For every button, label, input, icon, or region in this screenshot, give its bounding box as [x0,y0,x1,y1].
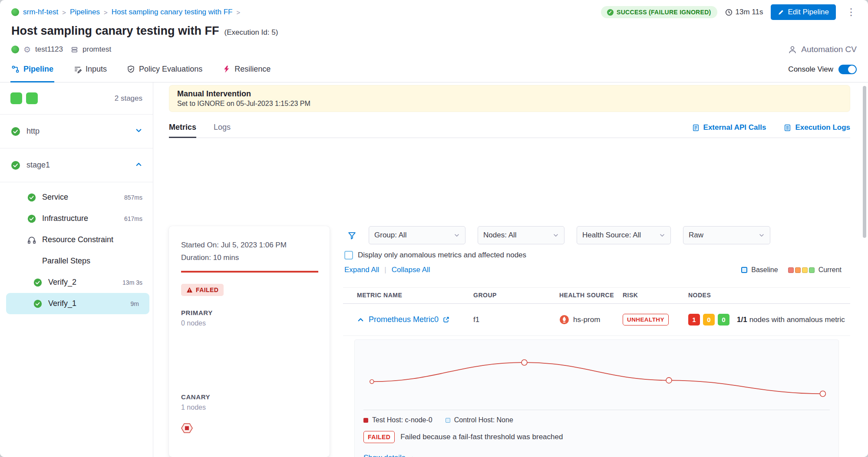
health-source-cell: hs-prom [559,315,623,325]
health-source-filter-value: Health Source: All [582,231,641,240]
chevron-up-icon [409,455,416,457]
stage-count-label: 2 stages [115,94,142,103]
harness-logo-icon [11,8,19,16]
failed-reason-text: Failed because a fail-fast threshold was… [400,433,563,441]
step-duration: 9m [131,300,139,307]
collapse-all-link[interactable]: Collapse All [392,266,430,274]
console-view-toggle[interactable] [838,65,857,74]
current-legend-label: Current [818,266,842,274]
accordion-chevron-up-icon[interactable] [357,316,364,323]
tab-inputs-label: Inputs [86,65,107,74]
fail-reason-row: FAILED Failed because a fail-fast thresh… [363,431,830,443]
risk-badge: UNHEALTHY [623,314,669,325]
canary-node-hexagon[interactable] [181,423,193,434]
scrollbar-thumb[interactable] [863,86,866,238]
triggered-by-label: Automation CV [801,45,857,54]
show-details-link[interactable]: Show details [363,454,830,457]
external-api-calls-link[interactable]: External API Calls [692,123,766,132]
data-mode-value: Raw [689,231,703,240]
elapsed-time-label: 13m 11s [736,8,763,16]
status-badge-label: SUCCESS (FAILURE IGNORED) [617,9,711,16]
control-host-legend: Control Host: None [446,416,513,424]
page-title: Host sampling canary testing with FF [11,24,219,38]
breadcrumb-pipeline-name[interactable]: Host sampling canary testing with FF [112,8,233,16]
window-scrollbar[interactable] [862,83,867,455]
step-name: Verify_2 [48,278,76,287]
title-row: Host sampling canary testing with FF (Ex… [0,19,868,38]
step-name: Infrastructure [42,214,88,223]
show-details-label: Show details [363,454,405,457]
sidebar-step-verify-1[interactable]: Verify_1 9m [6,293,149,314]
nodes-filter-dropdown[interactable]: Nodes: All [478,226,564,244]
failed-badge-label: FAILED [196,286,218,293]
anomalous-filter-row: Display only anomalous metrics and affec… [343,251,850,260]
metrics-pane: Group: All Nodes: All Health Source: All [343,226,850,457]
topbar-actions: ✓ SUCCESS (FAILURE IGNORED) 13m 11s Edit… [601,4,858,20]
breadcrumb-separator: > [62,9,66,16]
kebab-menu-icon[interactable]: ⋮ [844,7,858,18]
chevron-down-icon [659,232,665,238]
step-duration: 857ms [124,194,142,201]
resource-constraint-icon [27,235,36,245]
verification-summary-card: Started On: Jul 5, 2023 1:06 PM Duration… [169,226,330,457]
sidebar-step-verify-2[interactable]: Verify_2 13m 3s [0,272,153,293]
data-mode-dropdown[interactable]: Raw [683,226,770,244]
primary-group-label: PRIMARY [181,309,317,316]
meta-row: ⚙ test1123 promtest Automation CV [0,38,868,56]
control-host-label: Control Host: None [454,416,513,424]
tab-metrics[interactable]: Metrics [169,123,196,138]
elapsed-time: 13m 11s [725,8,763,16]
expand-all-link[interactable]: Expand All [344,266,379,274]
chevron-down-icon[interactable] [135,127,142,136]
tab-inputs[interactable]: Inputs [73,56,107,82]
external-link-icon[interactable] [443,316,449,323]
breadcrumb-pipelines[interactable]: Pipelines [70,8,100,16]
col-risk: RISK [623,292,688,299]
execution-logs-link[interactable]: Execution Logs [783,123,850,132]
canary-group-label: CANARY [181,393,317,401]
breadcrumb: srm-hf-test > Pipelines > Host sampling … [11,8,240,16]
expand-collapse-row: Expand All | Collapse All Baseline [343,266,850,274]
filter-funnel-icon[interactable] [347,231,356,240]
metrics-content: Started On: Jul 5, 2023 1:06 PM Duration… [153,219,868,457]
execution-body: 2 stages http stage1 Service 857ms [0,82,868,457]
verify-step-tabs: Metrics Logs External API Calls Executio… [169,118,850,138]
started-on-label: Started On: Jul 5, 2023 1:06 PM [181,241,317,250]
chart-color-legend: Baseline Current [741,266,842,274]
metric-name-link[interactable]: Prometheus Metric0 [369,315,439,324]
col-nodes: NODES [688,292,850,299]
nodes-cell: 1 0 0 1/1nodes with anomalous metric [688,314,850,325]
sidebar-step-resource-constraint[interactable]: Resource Constraint [0,229,153,250]
metrics-filter-row: Group: All Nodes: All Health Source: All [343,226,850,244]
primary-node-count: 0 nodes [181,319,317,327]
sidebar-step-service[interactable]: Service 857ms [0,187,153,208]
stage-name: stage1 [26,161,50,170]
step-duration: 13m 3s [122,279,142,286]
console-view-control: Console View [788,65,857,74]
chevron-up-icon[interactable] [135,161,142,170]
hexagon-status-dot [185,426,189,430]
edit-pipeline-button[interactable]: Edit Pipeline [771,4,836,20]
tab-resilience[interactable]: Resilience [222,56,271,82]
breadcrumb-project[interactable]: srm-hf-test [23,8,58,16]
metric-name-cell: Prometheus Metric0 [357,315,473,324]
divider: | [384,266,386,274]
sidebar-stage-stage1[interactable]: stage1 [0,148,153,182]
sidebar-stage-http[interactable]: http [0,115,153,148]
anomalous-checkbox[interactable] [344,251,353,260]
resilience-icon [222,65,231,73]
sidebar-step-infrastructure[interactable]: Infrastructure 617ms [0,208,153,229]
external-api-calls-label: External API Calls [703,123,766,132]
tab-logs[interactable]: Logs [214,123,231,138]
sidebar-step-parallel-steps[interactable]: Parallel Steps [0,250,153,272]
step-duration: 617ms [124,215,142,222]
tab-policy-evaluations[interactable]: Policy Evaluations [127,56,202,82]
tab-pipeline[interactable]: Pipeline [11,56,53,82]
edit-pipeline-label: Edit Pipeline [788,8,829,16]
manual-intervention-banner: Manual Intervention Set to IGNORE on 05-… [169,85,850,112]
banner-message: Set to IGNORE on 05-Jul-2023 1:15:23 PM [177,99,842,108]
group-filter-dropdown[interactable]: Group: All [369,226,465,244]
chevron-down-icon [454,232,460,238]
pencil-icon [778,9,784,16]
health-source-filter-dropdown[interactable]: Health Source: All [577,226,671,244]
